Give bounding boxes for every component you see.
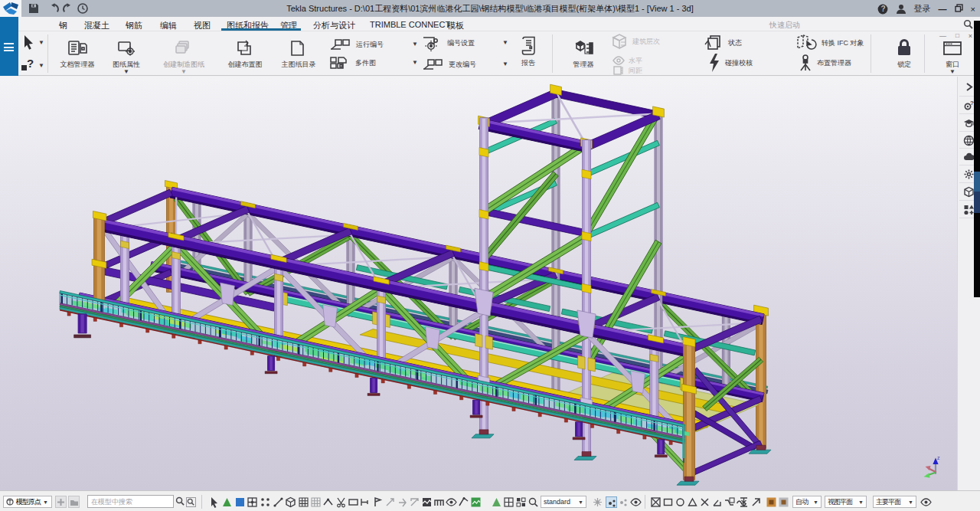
svg-text:?: ? (880, 5, 885, 13)
svg-text:?: ? (27, 57, 34, 70)
svg-text:z: z (937, 455, 940, 460)
